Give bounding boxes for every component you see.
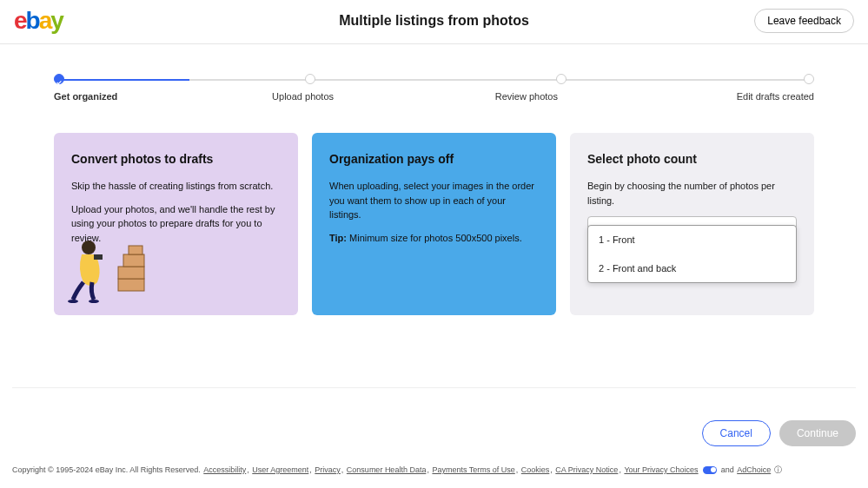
card-title: Select photo count <box>587 150 797 168</box>
svg-rect-2 <box>123 254 144 267</box>
footer-link[interactable]: Your Privacy Choices <box>624 465 698 474</box>
cancel-button[interactable]: Cancel <box>702 420 771 446</box>
footer-link[interactable]: Privacy <box>315 465 341 474</box>
card-title: Organization pays off <box>329 150 539 168</box>
card-organization-pays-off: Organization pays off When uploading, se… <box>312 133 556 315</box>
step-dot-2 <box>305 74 315 84</box>
privacy-toggle-icon <box>703 466 717 474</box>
svg-rect-0 <box>118 279 144 291</box>
dropdown-option-2-front-back[interactable]: 2 - Front and back <box>588 254 796 283</box>
card-text: Skip the hassle of creating listings fro… <box>71 179 281 194</box>
card-select-photo-count: Select photo count Begin by choosing the… <box>570 133 814 315</box>
card-title: Convert photos to drafts <box>71 150 281 168</box>
footer-link[interactable]: User Agreement <box>252 465 308 474</box>
photo-count-dropdown: 1 - Front 2 - Front and back <box>587 225 797 283</box>
info-icon: ⓘ <box>774 465 782 474</box>
continue-button[interactable]: Continue <box>779 420 856 446</box>
check-icon <box>56 79 63 86</box>
card-text: When uploading, select your images in th… <box>329 179 539 222</box>
step-label-1: Get organized <box>54 91 117 102</box>
svg-point-6 <box>68 300 78 303</box>
step-label-2: Upload photos <box>272 91 334 102</box>
svg-rect-1 <box>118 267 144 279</box>
footer-link[interactable]: Consumer Health Data <box>347 465 427 474</box>
footer-link[interactable]: CA Privacy Notice <box>555 465 618 474</box>
leave-feedback-button[interactable]: Leave feedback <box>754 9 854 33</box>
card-convert-photos: Convert photos to drafts Skip the hassle… <box>54 133 298 315</box>
person-photographing-boxes-illustration <box>64 228 160 307</box>
bottom-actions: Cancel Continue <box>702 420 856 446</box>
step-dot-1 <box>54 74 64 84</box>
step-label-3: Review photos <box>495 91 558 102</box>
footer-link[interactable]: Accessibility <box>203 465 246 474</box>
card-tip: Tip: Minimum size for photos 500x500 pix… <box>329 231 539 246</box>
footer-link[interactable]: Cookies <box>521 465 550 474</box>
svg-point-7 <box>89 300 99 303</box>
copyright-text: Copyright © 1995-2024 eBay Inc. All Righ… <box>12 465 202 474</box>
footer: Copyright © 1995-2024 eBay Inc. All Righ… <box>12 465 856 476</box>
svg-point-4 <box>82 241 96 254</box>
dropdown-option-1-front[interactable]: 1 - Front <box>588 226 796 254</box>
card-text: Begin by choosing the number of photos p… <box>587 179 797 208</box>
step-label-4: Edit drafts created <box>737 91 814 102</box>
page-title: Multiple listings from photos <box>339 13 529 29</box>
step-dot-3 <box>556 74 567 84</box>
header: ebay Multiple listings from photos Leave… <box>0 0 868 44</box>
ebay-logo[interactable]: ebay <box>14 7 63 35</box>
footer-link[interactable]: Payments Terms of Use <box>432 465 514 474</box>
footer-link-adchoice[interactable]: AdChoice <box>737 465 771 474</box>
progress-tracker: Get organized Upload photos Review photo… <box>0 44 868 102</box>
svg-rect-3 <box>129 246 142 254</box>
step-dot-4 <box>804 74 814 84</box>
svg-rect-5 <box>94 254 103 260</box>
